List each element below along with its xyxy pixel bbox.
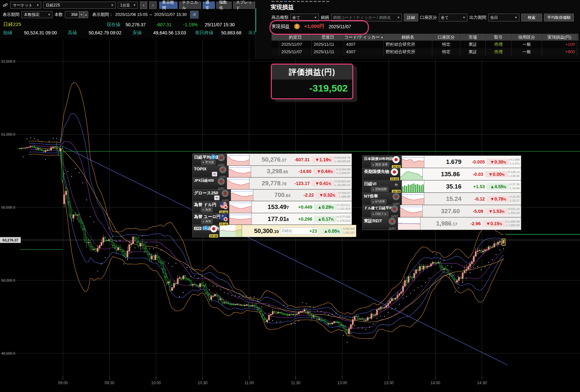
window-dash[interactable] xyxy=(309,1,312,2)
valuation-pl-window[interactable]: 評価損益(円) -319,502 xyxy=(271,64,353,99)
mini-chart xyxy=(229,213,252,225)
window-dash[interactable] xyxy=(272,1,274,2)
quote-change-percent: ▼0.15% xyxy=(483,220,505,227)
yahoo-link-button[interactable]: Y! xyxy=(214,195,220,200)
related-link-button[interactable]: ▶国債 債券 xyxy=(371,162,389,167)
x-share-icon[interactable]: ✕ xyxy=(203,226,208,230)
toolbar-button-表示期間[interactable]: 表示期間 xyxy=(159,2,178,9)
toolbar-button-指数化[interactable]: 指数化 xyxy=(216,2,232,9)
link-icon[interactable] xyxy=(3,2,8,8)
related-link-button[interactable]: ▶NT倍率 xyxy=(371,199,386,204)
toolbar-button-スプレッド[interactable]: スプレッド xyxy=(233,2,255,9)
detail-button[interactable]: 詳細 xyxy=(404,14,418,21)
quote-row-日経VI[interactable]: 日経VI▶恐怖指数☠15:3935.16+1.53▲4.55%H:37.36L:… xyxy=(363,180,521,193)
yahoo-link-button[interactable]: Y! xyxy=(212,172,217,177)
table-header-実現損益(円)[interactable]: 実現損益(円) xyxy=(542,34,577,41)
quote-change-percent: ▲0.29% xyxy=(314,204,337,210)
table-row[interactable]: 2025/11/072025/11/114307野村総合研究所特定東証売埋一般+… xyxy=(272,48,578,55)
next-button[interactable]: › xyxy=(149,1,157,9)
flag-icon xyxy=(222,190,229,197)
table-header-信用区分[interactable]: 信用区分 xyxy=(512,34,542,41)
window-dash[interactable] xyxy=(301,1,304,2)
realized-pl-table[interactable]: 約定日受渡日コード/ティッカー ▲銘柄名口座区分市場取引信用区分実現損益(円)2… xyxy=(272,34,578,55)
toolbar-button-通常[interactable]: 通常 xyxy=(203,2,215,9)
avg-acquisition-button[interactable]: 平均取得価額 xyxy=(544,14,574,21)
output-period-dropdown[interactable]: 当日▼ xyxy=(488,14,519,21)
quote-row-ドル建て日経平均[interactable]: ドル建て日経平均▶日経ドル11/07327.60-5.09▼1.53%H:331… xyxy=(363,205,521,217)
window-tab-dashes[interactable] xyxy=(272,1,329,2)
quote-change-percent: ▼0.00% xyxy=(485,171,508,178)
window-dash[interactable] xyxy=(293,1,296,2)
table-header-市場[interactable]: 市場 xyxy=(460,34,486,41)
quote-high-low: H:136.14L:135.82 xyxy=(508,170,520,178)
toolbar-button-テクニカル[interactable]: テクニカル xyxy=(179,2,201,9)
period-mode-dropdown[interactable]: 本数指定▼ xyxy=(21,11,53,18)
quote-high-low: H:1.688L:1.671 xyxy=(509,158,520,165)
table-header-受渡日[interactable]: 受渡日 xyxy=(312,34,344,41)
quote-change: -0.03 xyxy=(460,172,483,177)
x-share-icon[interactable]: ✕ xyxy=(211,154,216,159)
high-value: 50,642.79 09:02 xyxy=(89,30,121,35)
table-header-約定日[interactable]: 約定日 xyxy=(279,34,312,41)
quote-price: 50,276.37 xyxy=(250,156,286,163)
quote-row-JPX日経400[interactable]: JPX日経40011/0729,778.78-123.17▼0.41%H:29,… xyxy=(193,178,352,190)
symbol-dropdown[interactable]: 日経225▼ xyxy=(43,2,116,9)
reload-icon[interactable]: ↺ xyxy=(190,11,199,18)
table-cell: 一般 xyxy=(512,48,542,55)
window-dash[interactable] xyxy=(288,1,291,2)
related-link-button[interactable]: ▶為替 xyxy=(201,207,212,212)
svg-text:14:00: 14:00 xyxy=(430,381,440,385)
window-dash[interactable] xyxy=(276,1,279,2)
count-down-icon[interactable]: ▼ xyxy=(79,11,84,18)
table-cell: 東証 xyxy=(460,48,486,55)
related-link-button[interactable]: ▶寄与度 xyxy=(201,160,215,165)
svg-text:09:30: 09:30 xyxy=(104,381,114,385)
window-dash[interactable] xyxy=(322,1,325,2)
table-header-gutter xyxy=(272,34,279,41)
quote-change: -607.31 xyxy=(286,157,310,162)
table-header-コード/ティッカー[interactable]: コード/ティッカー ▲ xyxy=(344,34,384,41)
window-dash[interactable] xyxy=(297,1,300,2)
quote-row-長期国債先物[interactable]: 長期国債先物大取15:02135.86-0.03▼0.00%H:136.14L:… xyxy=(363,168,521,180)
quote-row-グロース250[interactable]: グロース250Y!11/07700.84-2.22▼0.32%H:704.57L… xyxy=(193,190,352,202)
bar-count-stepper[interactable]: 358 ▼ ▲ xyxy=(65,11,88,18)
window-dash[interactable] xyxy=(280,1,283,2)
window-dash[interactable] xyxy=(318,1,321,2)
quote-row-為替 ドル円[interactable]: 為替 ドル円▶為替15:44153.497+0.449▲0.29%H:153.5… xyxy=(193,201,352,213)
related-link-button[interactable]: ▶日経ドル xyxy=(371,212,389,216)
quote-change: -2.96 xyxy=(457,221,481,226)
search-button[interactable]: 検索 xyxy=(521,14,542,21)
interval-dropdown[interactable]: 1分足▼ xyxy=(118,2,138,9)
quote-high-low: H:331.23L:324.40 xyxy=(508,207,520,215)
quote-row-為替 ユーロ円[interactable]: 為替 ユーロ円▶為替15:44177.016+0.296▲0.17%H:177.… xyxy=(193,213,352,225)
quote-row-東証REIT[interactable]: 東証REIT11/071,986.17-2.96▼0.15%H:1,994.36… xyxy=(363,217,521,230)
quote-row-日経平均株価[interactable]: 日経平均株価✕▶寄与度11/0750,276.37-607.31▼1.19%H:… xyxy=(193,154,352,166)
window-dash[interactable] xyxy=(326,1,329,2)
account-type-dropdown[interactable]: 全て▼ xyxy=(439,14,467,21)
market-dropdown[interactable]: マーケット▼ xyxy=(10,2,41,9)
quote-datetime: 25/11/07 15:30 xyxy=(205,22,235,27)
table-row[interactable]: 2025/11/072025/11/114307野村総合研究所特定東証売埋一般+… xyxy=(272,41,578,48)
svg-text:10:00: 10:00 xyxy=(151,381,161,385)
table-header-銘柄名[interactable]: 銘柄名 xyxy=(384,34,432,41)
table-header-口座区分[interactable]: 口座区分 xyxy=(432,34,460,41)
related-link-button[interactable]: ▶恐怖指数 xyxy=(371,187,388,192)
quote-row-TOPIX[interactable]: TOPIXY!11/073,298.85-14.60▼0.44%H:3,304.… xyxy=(193,166,352,178)
window-dash[interactable] xyxy=(314,1,317,2)
quote-label: 日本国債10年利回り▶国債 債券15:42 xyxy=(363,156,402,168)
window-dash[interactable] xyxy=(305,1,308,2)
output-period-label: 出力期間 xyxy=(469,15,486,20)
window-dash[interactable] xyxy=(284,1,287,2)
quote-label: JPX日経40011/07 xyxy=(193,178,227,189)
quote-row-日経平均[interactable]: CFD日経平均✕15:4450,300.10日経比:+23▲0.05%H:50,… xyxy=(193,225,352,237)
related-link-button[interactable]: ▶為替 xyxy=(201,219,212,224)
quote-row-日本国債10年利回り[interactable]: 日本国債10年利回り▶国債 債券15:421.679-0.005▼0.30%H:… xyxy=(363,156,521,168)
symbol-search-input[interactable]: 銘柄コード / ティッカー / 銘柄名▼ xyxy=(331,14,402,21)
quote-values: 35.16+1.53▲4.55%H:37.36L:34.65 xyxy=(424,180,521,192)
table-header-取引[interactable]: 取引 xyxy=(486,34,512,41)
quote-row-NT倍率[interactable]: NT倍率▶NT倍率11/0715.24-0.12▼0.78%H:15.35L:1… xyxy=(363,193,521,205)
product-type-dropdown[interactable]: 全て▼ xyxy=(290,14,319,21)
cfd-badge: CFD xyxy=(194,227,201,230)
count-up-icon[interactable]: ▲ xyxy=(84,11,88,18)
prev-button[interactable]: ‹ xyxy=(140,1,147,9)
